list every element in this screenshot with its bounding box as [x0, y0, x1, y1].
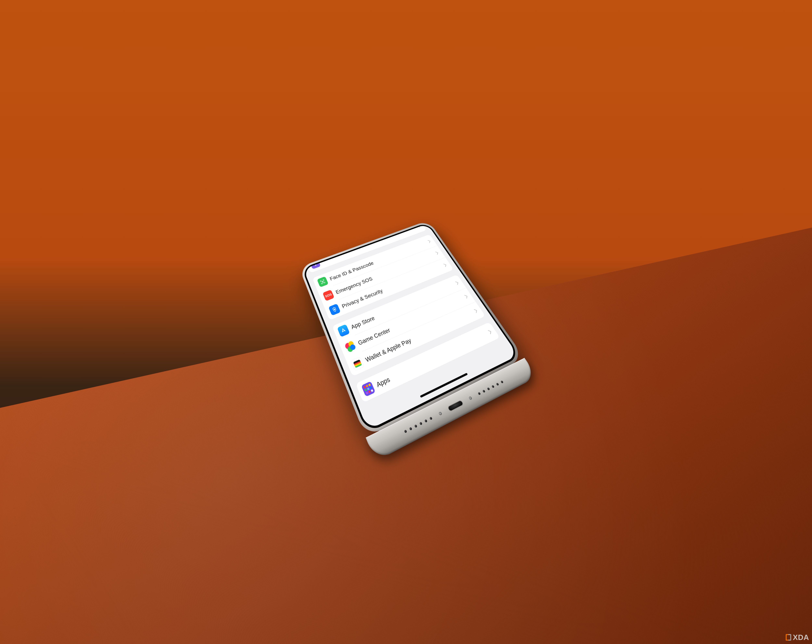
xda-bracket-icon: [786, 634, 791, 641]
wallet-icon: [351, 356, 365, 371]
emergency-sos-icon: SOS: [322, 289, 334, 301]
xda-watermark-text: XDA: [793, 633, 809, 642]
app-store-icon: [337, 324, 350, 337]
xda-watermark: XDA: [786, 633, 809, 642]
face-id-icon: [317, 276, 328, 287]
usb-c-port: [447, 400, 464, 412]
settings-row-label: Apps: [375, 331, 488, 388]
svg-point-2: [323, 281, 324, 282]
settings-row-wallet[interactable]: Wallet & Apple Pay: [345, 301, 485, 376]
chevron-right-icon: [427, 239, 432, 243]
chevron-right-icon: [455, 280, 459, 285]
chevron-right-icon: [464, 294, 469, 299]
svg-point-0: [314, 262, 315, 263]
photo-scene: Face ID & Passcode SOS Emergency SOS: [0, 0, 812, 644]
chevron-right-icon: [443, 263, 447, 267]
speaker-grille-right: [478, 380, 504, 395]
pentalobe-screw: [438, 411, 442, 416]
apps-icon: [361, 381, 375, 397]
chevron-right-icon: [473, 308, 479, 313]
settings-row-label: Wallet & Apple Pay: [364, 310, 474, 363]
pentalobe-screw: [469, 396, 472, 400]
chevron-right-icon: [435, 251, 440, 255]
svg-point-1: [322, 282, 322, 282]
chevron-right-icon: [417, 224, 421, 228]
game-center-icon: [343, 340, 357, 353]
accessibility-icon: [310, 259, 321, 269]
privacy-icon: [328, 303, 341, 315]
chevron-right-icon: [487, 329, 493, 335]
sos-glyph: SOS: [325, 292, 333, 298]
speaker-grille-left: [404, 417, 432, 433]
